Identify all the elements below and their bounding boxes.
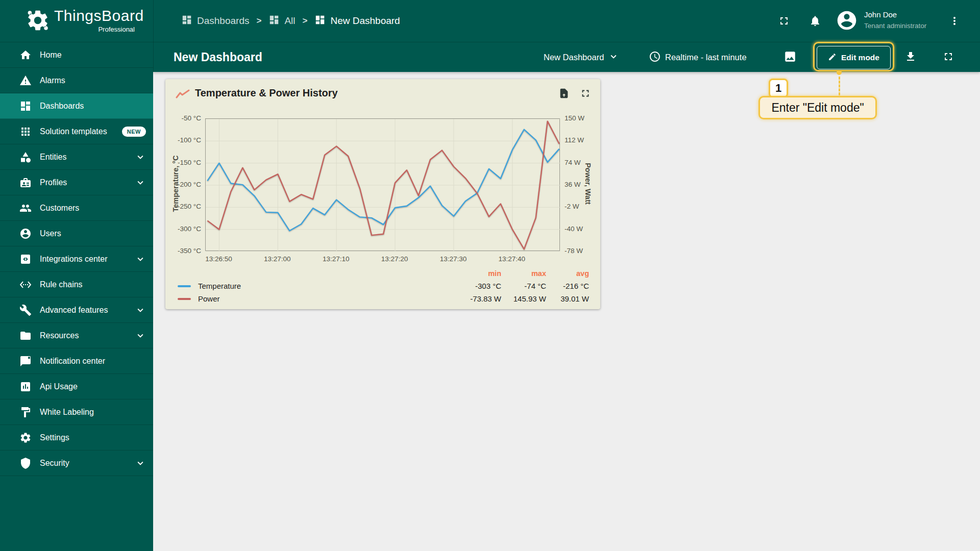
customers-icon bbox=[19, 202, 32, 214]
new-badge: NEW bbox=[122, 127, 146, 137]
sidebar-item-alarms[interactable]: Alarms bbox=[0, 68, 153, 93]
sidebar-divider bbox=[153, 0, 154, 72]
chevron-down-icon bbox=[135, 152, 146, 163]
legend-max-value: 145.93 W bbox=[501, 294, 546, 303]
sidebar-item-customers[interactable]: Customers bbox=[0, 195, 153, 221]
more-vert-icon[interactable] bbox=[948, 15, 961, 27]
sidebar-item-label: Dashboards bbox=[40, 102, 146, 111]
axis-tick-label: -100 °C bbox=[165, 136, 201, 144]
user-role: Tenant administrator bbox=[864, 22, 926, 30]
axis-tick-label: -40 W bbox=[565, 225, 600, 233]
axis-tick-label: -50 °C bbox=[165, 114, 201, 122]
time-window-label: Realtime - last minute bbox=[665, 53, 747, 62]
avatar[interactable] bbox=[836, 9, 858, 34]
annotation-callout: Enter "Edit mode" bbox=[758, 96, 877, 119]
sidebar-item-label: Entities bbox=[40, 153, 135, 162]
legend-min-value: -73.83 W bbox=[444, 294, 501, 303]
annotation-connector-dot bbox=[837, 70, 842, 75]
sidebar-item-label: Resources bbox=[40, 331, 135, 340]
legend-col-max: max bbox=[501, 269, 546, 278]
sidebar-item-label: Api Usage bbox=[40, 382, 146, 391]
sidebar-item-dashboards[interactable]: Dashboards bbox=[0, 93, 153, 119]
sidebar-item-profiles[interactable]: Profiles bbox=[0, 170, 153, 195]
users-icon bbox=[19, 228, 32, 240]
legend-max-value: -74 °C bbox=[501, 282, 546, 290]
legend-series-name: Temperature bbox=[198, 282, 241, 290]
breadcrumb-label: New Dashboard bbox=[330, 15, 400, 27]
sidebar-item-home[interactable]: Home bbox=[0, 42, 153, 68]
user-block[interactable]: John Doe Tenant administrator bbox=[864, 10, 926, 30]
sidebar-item-resources[interactable]: Resources bbox=[0, 323, 153, 348]
legend-row-power[interactable]: Power-73.83 W145.93 W39.01 W bbox=[178, 292, 589, 305]
dashboard-image-button[interactable] bbox=[783, 42, 797, 72]
sidebar-item-api-usage[interactable]: Api Usage bbox=[0, 374, 153, 399]
dashboard-toolbar: New Dashboard New Dashboard Realtime - l… bbox=[153, 42, 980, 72]
sidebar-item-advanced-features[interactable]: Advanced features bbox=[0, 297, 153, 323]
sidebar-item-solution-templates[interactable]: Solution templatesNEW bbox=[0, 119, 153, 144]
legend-row-temperature[interactable]: Temperature-303 °C-74 °C-216 °C bbox=[178, 280, 589, 292]
sidebar-item-integrations-center[interactable]: Integrations center bbox=[0, 246, 153, 272]
widget-title: Temperature & Power History bbox=[195, 87, 338, 99]
breadcrumb-separator: > bbox=[256, 16, 261, 26]
time-window-button[interactable]: Realtime - last minute bbox=[649, 42, 747, 72]
axis-tick-label: 13:27:00 bbox=[254, 255, 300, 263]
axis-tick-label: -150 °C bbox=[165, 159, 201, 166]
axis-tick-label: 13:26:50 bbox=[195, 255, 241, 263]
axis-tick-label: 150 W bbox=[565, 114, 600, 122]
image-icon bbox=[783, 50, 797, 65]
axis-tick-label: 13:27:20 bbox=[372, 255, 418, 263]
edit-mode-button[interactable]: Edit mode bbox=[817, 46, 891, 69]
sidebar-item-rule-chains[interactable]: Rule chains bbox=[0, 272, 153, 297]
sidebar-item-entities[interactable]: Entities bbox=[0, 144, 153, 170]
sidebar-item-white-labeling[interactable]: White Labeling bbox=[0, 399, 153, 425]
axis-tick-label: 36 W bbox=[565, 181, 600, 188]
dashboard-fullscreen-button[interactable] bbox=[942, 42, 954, 72]
sidebar-item-label: Advanced features bbox=[40, 306, 135, 315]
chevron-down-icon bbox=[135, 330, 146, 341]
export-file-icon[interactable] bbox=[558, 88, 570, 99]
chevron-down-icon bbox=[135, 305, 146, 316]
sidebar-item-label: Alarms bbox=[40, 76, 146, 85]
sidebar-item-security[interactable]: Security bbox=[0, 450, 153, 476]
chevron-down-icon bbox=[135, 254, 146, 265]
chart-plot-area bbox=[205, 118, 560, 251]
sidebar-item-notification-center[interactable]: Notification center bbox=[0, 348, 153, 374]
axis-tick-label: 13:27:30 bbox=[430, 255, 476, 263]
breadcrumb-label: All bbox=[284, 15, 295, 27]
breadcrumb-item-all[interactable]: All bbox=[268, 14, 295, 28]
breadcrumb-item-dashboards[interactable]: Dashboards bbox=[181, 14, 249, 28]
download-button[interactable] bbox=[904, 42, 917, 72]
notification-icon bbox=[19, 355, 32, 367]
axis-tick-label: -2 W bbox=[565, 203, 600, 210]
axis-tick-label: 112 W bbox=[565, 136, 600, 144]
breadcrumb-separator: > bbox=[303, 16, 308, 26]
legend-avg-value: -216 °C bbox=[546, 282, 589, 290]
sidebar-item-label: Users bbox=[40, 229, 146, 238]
chevron-down-icon bbox=[608, 51, 619, 64]
legend-key-temperature bbox=[178, 285, 191, 287]
dashboards-icon bbox=[268, 14, 280, 28]
legend-col-min: min bbox=[444, 269, 501, 278]
annotation-step-badge: 1 bbox=[769, 79, 788, 98]
fullscreen-icon[interactable] bbox=[778, 15, 790, 27]
settings-icon bbox=[19, 432, 32, 444]
fullscreen-icon bbox=[942, 51, 954, 65]
sidebar-item-label: Notification center bbox=[40, 357, 146, 366]
sidebar-item-settings[interactable]: Settings bbox=[0, 425, 153, 450]
notifications-bell-icon[interactable] bbox=[809, 15, 821, 27]
axis-tick-label: 13:27:40 bbox=[489, 255, 535, 263]
dashboard-state-selector[interactable]: New Dashboard bbox=[544, 42, 619, 72]
resources-icon bbox=[19, 330, 32, 342]
axis-tick-label: -78 W bbox=[565, 247, 600, 255]
axis-tick-label: -250 °C bbox=[165, 203, 201, 210]
alarm-icon bbox=[19, 74, 32, 87]
breadcrumb-item-new-dashboard[interactable]: New Dashboard bbox=[314, 14, 400, 28]
sidebar-item-users[interactable]: Users bbox=[0, 221, 153, 246]
white-labeling-icon bbox=[19, 406, 32, 418]
axis-tick-label: 74 W bbox=[565, 159, 600, 166]
widget-fullscreen-icon[interactable] bbox=[580, 88, 591, 99]
sidebar-item-label: Security bbox=[40, 459, 135, 468]
timeseries-widget-card[interactable]: Temperature & Power History Temperature,… bbox=[165, 79, 600, 309]
home-icon bbox=[19, 49, 32, 61]
sidebar-item-label: Integrations center bbox=[40, 255, 135, 264]
